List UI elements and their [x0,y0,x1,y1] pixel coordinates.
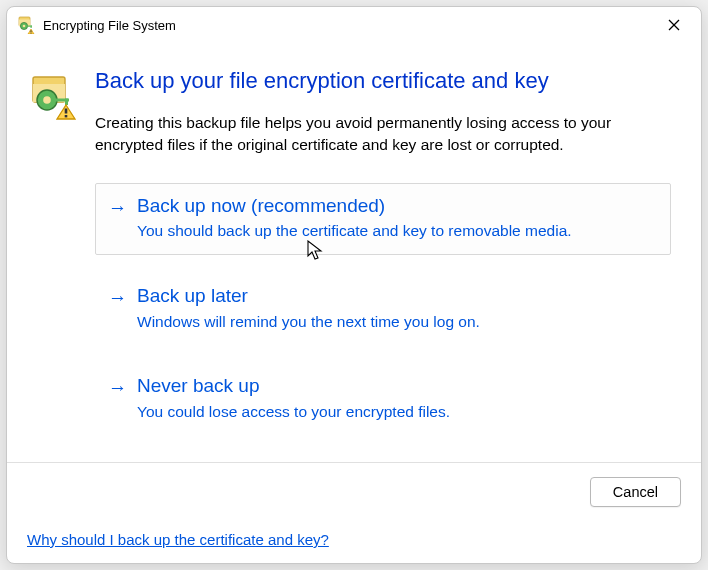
page-heading: Back up your file encryption certificate… [95,67,671,96]
help-link-area: Why should I back up the certificate and… [7,521,701,563]
option-backup-later[interactable]: → Back up later Windows will remind you … [95,273,671,345]
footer: Cancel [7,462,701,521]
svg-rect-18 [65,109,68,114]
svg-rect-19 [65,115,68,117]
close-icon [668,19,680,31]
svg-point-5 [23,25,26,28]
option-body: Back up later Windows will remind you th… [137,284,658,332]
cancel-button[interactable]: Cancel [590,477,681,507]
efs-icon-large [29,73,77,121]
svg-rect-7 [31,30,32,32]
option-body: Never back up You could lose access to y… [137,374,658,422]
svg-rect-15 [65,99,68,106]
arrow-icon: → [108,197,127,242]
option-backup-now[interactable]: → Back up now (recommended) You should b… [95,183,671,255]
titlebar: Encrypting File System [7,7,701,43]
dialog-window: Encrypting File System Back up your [6,6,702,564]
option-never-backup[interactable]: → Never back up You could lose access to… [95,363,671,435]
options-list: → Back up now (recommended) You should b… [95,183,671,436]
svg-point-16 [43,96,51,104]
main-column: Back up your file encryption certificate… [95,67,671,462]
option-subtitle: You could lose access to your encrypted … [137,401,658,423]
efs-icon-small [17,16,35,34]
option-title: Never back up [137,374,658,399]
arrow-icon: → [108,287,127,332]
content-area: Back up your file encryption certificate… [7,43,701,462]
page-description: Creating this backup file helps you avoi… [95,112,671,157]
option-title: Back up later [137,284,658,309]
option-body: Back up now (recommended) You should bac… [137,194,658,242]
arrow-icon: → [108,377,127,422]
option-title: Back up now (recommended) [137,194,658,219]
svg-rect-4 [31,26,32,29]
window-title: Encrypting File System [43,18,653,33]
option-subtitle: You should back up the certificate and k… [137,220,658,242]
close-button[interactable] [653,10,695,40]
svg-rect-8 [31,33,32,34]
option-subtitle: Windows will remind you the next time yo… [137,311,658,333]
help-link[interactable]: Why should I back up the certificate and… [27,531,329,548]
